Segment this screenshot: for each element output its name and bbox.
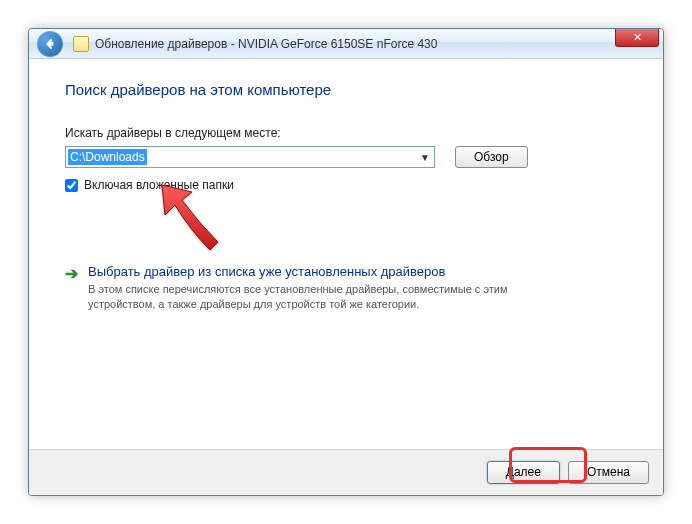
dropdown-icon[interactable]: ▼ [420,152,430,163]
close-icon: ✕ [633,31,642,44]
path-row: C:\Downloads ▼ Обзор [65,146,627,168]
driver-update-window: Обновление драйверов - NVIDIA GeForce 61… [28,28,664,496]
window-title: Обновление драйверов - NVIDIA GeForce 61… [95,37,437,51]
path-input[interactable]: C:\Downloads ▼ [65,146,435,168]
close-button[interactable]: ✕ [615,29,659,47]
cancel-button[interactable]: Отмена [568,461,649,484]
footer: Далее Отмена [29,449,663,495]
back-button[interactable] [37,31,63,57]
include-subfolders-checkbox[interactable] [65,179,78,192]
next-button[interactable]: Далее [487,461,560,484]
window-icon [73,36,89,52]
arrow-left-icon [43,37,57,51]
option-description: В этом списке перечисляются все установл… [88,282,568,312]
option-title: Выбрать драйвер из списка уже установлен… [88,264,568,279]
pick-from-list-option[interactable]: ➔ Выбрать драйвер из списка уже установл… [65,264,627,312]
browse-button[interactable]: Обзор [455,146,528,168]
path-value: C:\Downloads [68,149,147,165]
include-subfolders-row[interactable]: Включая вложенные папки [65,178,627,192]
arrow-right-icon: ➔ [65,264,78,283]
content-area: Поиск драйверов на этом компьютере Искат… [29,59,663,312]
page-heading: Поиск драйверов на этом компьютере [65,81,627,98]
titlebar: Обновление драйверов - NVIDIA GeForce 61… [29,29,663,59]
search-location-label: Искать драйверы в следующем месте: [65,126,627,140]
include-subfolders-label: Включая вложенные папки [84,178,234,192]
